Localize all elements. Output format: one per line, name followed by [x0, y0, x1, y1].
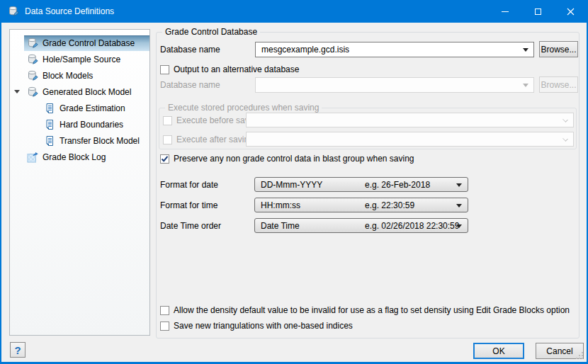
format-for-date-label: Format for date	[160, 180, 218, 190]
close-icon	[567, 8, 575, 16]
tree-item-grade-block-log[interactable]: Grade Block Log	[10, 149, 149, 165]
execute-before-saving-checkbox	[163, 116, 172, 125]
date-time-order-label: Date Time order	[160, 221, 221, 232]
chevron-down-icon	[562, 117, 568, 123]
density-flag-checkbox[interactable]	[160, 306, 169, 315]
browse-button[interactable]: Browse...	[539, 41, 578, 57]
tree-item-label: Grade Estimation	[60, 103, 125, 113]
chevron-down-icon[interactable]	[456, 204, 462, 207]
tree-item-grade-control-database[interactable]: Grade Control Database	[10, 35, 149, 51]
tree-item-block-models[interactable]: Block Models	[10, 67, 149, 84]
ok-button[interactable]: OK	[473, 343, 524, 359]
tree-row[interactable]: Transfer Block Model	[41, 133, 149, 149]
execute-before-saving-combobox	[246, 113, 574, 127]
database-edit-icon	[27, 86, 38, 98]
density-flag-checkbox-label[interactable]: Allow the density default value to be in…	[174, 305, 570, 316]
tree-item-label: Block Models	[43, 71, 93, 81]
database-name-value: mesgcexample.gcd.isis	[261, 45, 349, 55]
one-based-indices-checkbox-label[interactable]: Save new triangulations with one-based i…	[174, 321, 353, 331]
tree-item-label: Hard Boundaries	[60, 120, 123, 130]
tree-row[interactable]: Generated Block Model	[24, 84, 149, 100]
minimize-icon	[502, 11, 509, 12]
database-edit-icon	[27, 70, 38, 81]
tree-row[interactable]: Hard Boundaries	[41, 117, 149, 132]
tree-item-hard-boundaries[interactable]: Hard Boundaries	[10, 116, 149, 132]
data-source-tree: Grade Control Database Hole/Sample Sourc…	[9, 29, 150, 336]
tree-gutter	[10, 90, 24, 93]
title-bar[interactable]: Data Source Definitions	[1, 0, 587, 23]
alt-database-checkbox-label[interactable]: Output to an alternative database	[174, 64, 299, 75]
format-for-time-value: HH:mm:ss	[261, 200, 300, 210]
maximize-icon	[535, 8, 541, 15]
stored-procedures-group-title: Execute stored procedures when saving	[165, 103, 322, 113]
maximize-button[interactable]	[521, 0, 554, 23]
format-for-time-dropdown[interactable]: HH:mm:ss e.g. 22:30:59	[254, 198, 468, 212]
database-edit-icon	[8, 6, 19, 17]
alt-database-checkbox[interactable]	[160, 65, 169, 74]
document-icon	[44, 103, 55, 114]
format-for-time-label: Format for time	[160, 200, 217, 211]
expander-down-icon[interactable]	[14, 90, 20, 93]
checkmark-icon	[161, 155, 169, 163]
tree-item-label: Grade Control Database	[43, 38, 135, 48]
group-title: Grade Control Database	[162, 27, 260, 38]
one-based-indices-checkbox[interactable]	[160, 322, 169, 331]
database-edit-icon	[27, 54, 38, 65]
chevron-down-icon[interactable]	[523, 48, 528, 52]
database-name-label: Database name	[160, 45, 220, 55]
chevron-down-icon	[523, 84, 528, 87]
execute-after-saving-combobox	[246, 132, 574, 147]
tree-item-hole-sample-source[interactable]: Hole/Sample Source	[10, 51, 149, 67]
date-time-order-dropdown[interactable]: Date Time e.g. 02/26/2018 22:30:59	[254, 218, 468, 233]
format-for-date-example: e.g. 26-Feb-2018	[365, 180, 430, 190]
close-button[interactable]	[554, 0, 587, 23]
window-title: Data Source Definitions	[25, 6, 114, 16]
tree-item-label: Grade Block Log	[43, 152, 106, 162]
tree-item-label: Hole/Sample Source	[43, 55, 120, 64]
tree-row[interactable]: Hole/Sample Source	[24, 52, 149, 67]
chevron-down-icon	[562, 136, 568, 142]
format-for-date-dropdown[interactable]: DD-Mmm-YYYY e.g. 26-Feb-2018	[254, 177, 468, 192]
tree-row[interactable]: Grade Block Log	[24, 149, 149, 165]
alt-database-name-combobox	[255, 77, 534, 93]
execute-after-saving-checkbox	[163, 135, 172, 144]
tree-row[interactable]: Block Models	[24, 68, 149, 84]
execute-after-saving-label: Execute after saving	[176, 135, 254, 145]
resize-grip[interactable]	[575, 351, 584, 360]
preserve-data-checkbox[interactable]	[160, 154, 169, 164]
dialog-window: Data Source Definitions Grade Control Da…	[0, 0, 588, 364]
tree-item-label: Transfer Block Model	[60, 136, 140, 146]
tree-item-generated-block-model[interactable]: Generated Block Model	[10, 84, 149, 100]
format-for-time-example: e.g. 22:30:59	[365, 200, 414, 210]
document-icon	[44, 135, 55, 147]
preserve-data-checkbox-label[interactable]: Preserve any non grade control data in b…	[174, 154, 414, 164]
chevron-down-icon[interactable]	[456, 183, 462, 187]
tree-item-transfer-block-model[interactable]: Transfer Block Model	[10, 132, 149, 149]
alt-browse-button: Browse...	[539, 76, 578, 93]
help-button[interactable]: ?	[10, 342, 26, 358]
alt-database-name-label: Database name	[160, 80, 220, 91]
tree-row[interactable]: Grade Estimation	[41, 101, 149, 116]
document-icon	[44, 119, 55, 130]
chevron-down-icon[interactable]	[456, 224, 462, 228]
tree-row-selected[interactable]: Grade Control Database	[24, 35, 149, 51]
date-time-order-value: Date Time	[261, 221, 300, 231]
date-time-order-example: e.g. 02/26/2018 22:30:59	[365, 221, 459, 231]
grid-log-icon	[27, 152, 38, 163]
database-edit-icon	[27, 38, 38, 49]
tree-item-grade-estimation[interactable]: Grade Estimation	[10, 100, 149, 116]
minimize-button[interactable]	[489, 0, 521, 23]
database-name-combobox[interactable]: mesgcexample.gcd.isis	[255, 42, 534, 57]
tree-item-label: Generated Block Model	[43, 87, 131, 97]
format-for-date-value: DD-Mmm-YYYY	[261, 180, 322, 190]
